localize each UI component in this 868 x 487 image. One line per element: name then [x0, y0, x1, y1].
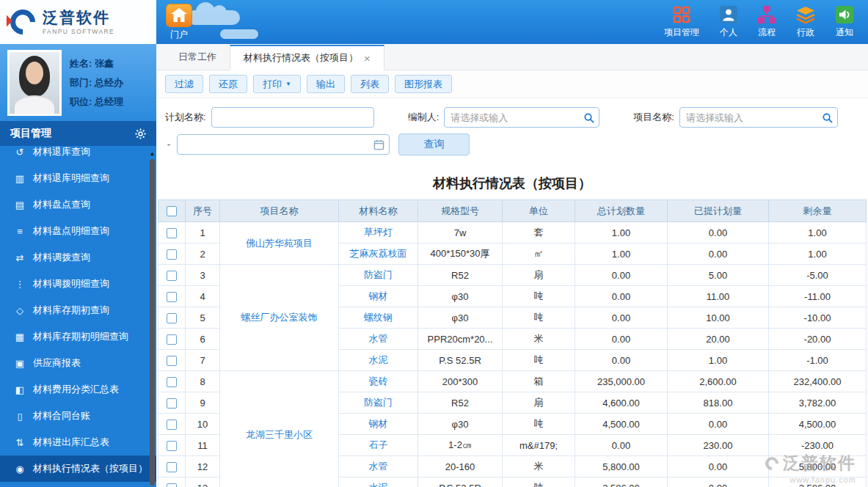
project-link[interactable]: 螺丝厂办公室装饰	[241, 312, 318, 323]
sidebar-item[interactable]: ▯材料合同台账	[0, 403, 156, 429]
scrollbar-thumb[interactable]	[150, 159, 155, 486]
material-name-cell: 草坪灯	[339, 222, 418, 244]
material-link[interactable]: 水管	[369, 333, 388, 344]
sidebar-item[interactable]: ≡材料盘点明细查询	[0, 218, 156, 244]
toolbar-button-label: 还原	[219, 78, 238, 91]
sidebar-item-label: 材料库存期初查询	[33, 304, 109, 317]
material-link[interactable]: 瓷砖	[369, 376, 388, 387]
drawn-plan-cell: 20.00	[668, 329, 769, 350]
top-nav-item[interactable]: 流程	[758, 5, 776, 39]
sidebar-item[interactable]: ▤材料盘点查询	[0, 191, 156, 218]
material-link[interactable]: 钢材	[369, 290, 388, 301]
material-link[interactable]: 石子	[369, 439, 388, 450]
sidebar-item[interactable]: ⇅材料进出库汇总表	[0, 429, 156, 455]
toolbar-button[interactable]: 图形报表	[395, 75, 452, 93]
toolbar-button[interactable]: 还原	[209, 75, 247, 93]
toolbar-button[interactable]: 过滤	[165, 75, 203, 93]
material-name-cell: 瓷砖	[339, 371, 418, 392]
row-checkbox[interactable]	[167, 249, 177, 260]
portal-button[interactable]: 门户	[166, 4, 192, 41]
material-link[interactable]: 草坪灯	[364, 227, 393, 238]
row-index-cell: 2	[186, 244, 220, 265]
top-nav-label: 行政	[797, 26, 814, 39]
material-link[interactable]: 螺纹钢	[364, 312, 393, 323]
row-checkbox[interactable]	[167, 462, 177, 472]
top-nav-item[interactable]: 通知	[836, 5, 853, 39]
sidebar-item[interactable]: ⇄材料调拨查询	[0, 244, 156, 271]
row-checkbox[interactable]	[167, 271, 177, 281]
date-input[interactable]	[178, 139, 373, 150]
material-link[interactable]: 芝麻灰荔枝面	[350, 248, 407, 259]
top-header: 泛普软件 FANPU SOFTWARE 门户 项目管理个人流程行政通知	[0, 0, 868, 44]
home-icon	[166, 4, 192, 27]
top-nav-item[interactable]: 项目管理	[664, 5, 699, 39]
sidebar-item[interactable]: ◇材料库存期初查询	[0, 297, 156, 323]
column-header[interactable]: 总计划数量	[575, 200, 668, 222]
material-link[interactable]: 水泥	[369, 482, 388, 487]
sidebar-section-header[interactable]: 项目管理	[0, 121, 156, 146]
sidebar-item[interactable]: ▥材料退库明细查询	[0, 165, 156, 191]
transfer-query-icon: ⇄	[13, 252, 26, 263]
sidebar-item[interactable]: ◧材料费用分类汇总表	[0, 376, 156, 403]
sidebar-scrollbar[interactable]: ▲	[149, 150, 156, 486]
material-link[interactable]: 防盗门	[364, 269, 393, 280]
select-all-checkbox[interactable]	[167, 206, 177, 216]
row-checkbox[interactable]	[167, 377, 177, 387]
toolbar-button[interactable]: 列表	[351, 75, 389, 93]
column-header[interactable]: 项目名称	[220, 200, 339, 222]
column-header[interactable]: 材料名称	[339, 200, 418, 222]
tab-daily-work[interactable]: 日常工作	[165, 44, 230, 70]
project-name-input[interactable]	[680, 112, 822, 123]
row-checkbox[interactable]	[167, 292, 177, 302]
logo[interactable]: 泛普软件 FANPU SOFTWARE	[0, 0, 156, 44]
material-link[interactable]: 防盗门	[364, 397, 393, 408]
row-checkbox[interactable]	[167, 334, 177, 345]
cost-summary-icon: ◧	[13, 384, 26, 395]
column-header[interactable]: 单位	[503, 200, 575, 222]
column-header[interactable]: 规格型号	[418, 200, 503, 222]
material-link[interactable]: 钢材	[369, 418, 388, 429]
sidebar-item[interactable]: ▣供应商报表	[0, 350, 156, 376]
spec-cell: R52	[418, 392, 503, 414]
sidebar-item[interactable]: ▦材料库存期初明细查询	[0, 323, 156, 350]
scroll-up-icon[interactable]: ▲	[150, 150, 156, 158]
row-checkbox[interactable]	[167, 441, 177, 451]
column-header[interactable]: 剩余量	[769, 200, 867, 222]
compiler-input-wrap	[444, 107, 599, 128]
remaining-cell: -11.00	[769, 286, 867, 307]
column-header[interactable]: 已提计划量	[668, 200, 769, 222]
project-link[interactable]: 龙湖三千里小区	[246, 429, 313, 440]
sidebar-item[interactable]: ◉材料执行情况表（按项目）	[0, 455, 156, 482]
user-card: 姓名: 张鑫 部门: 总经办 职位: 总经理	[0, 44, 156, 121]
return-query-icon: ↺	[13, 147, 26, 158]
plan-name-input[interactable]	[212, 112, 369, 123]
material-link[interactable]: 水管	[369, 461, 388, 472]
gear-icon[interactable]	[135, 128, 146, 139]
project-link[interactable]: 佛山芳华苑项目	[246, 238, 313, 249]
toolbar-button[interactable]: 输出	[307, 75, 345, 93]
row-checkbox[interactable]	[167, 228, 177, 238]
stock-initial-detail-icon: ▦	[13, 332, 26, 343]
search-icon[interactable]	[583, 112, 594, 123]
close-icon[interactable]: ×	[364, 53, 371, 64]
query-button[interactable]: 查询	[398, 133, 470, 155]
top-nav-item[interactable]: 行政	[796, 5, 815, 39]
row-checkbox[interactable]	[167, 420, 177, 430]
calendar-icon[interactable]	[373, 139, 384, 150]
row-checkbox[interactable]	[167, 356, 177, 366]
spec-cell: φ30	[418, 286, 503, 307]
row-checkbox[interactable]	[167, 483, 177, 487]
top-nav-item[interactable]: 个人	[720, 5, 737, 39]
toolbar-button[interactable]: 打印▼	[253, 75, 301, 93]
column-header[interactable]: 序号	[186, 200, 220, 222]
material-link[interactable]: 水泥	[369, 354, 388, 365]
tab-material-execution-report[interactable]: 材料执行情况表（按项目） ×	[230, 45, 384, 70]
search-icon[interactable]	[822, 112, 833, 123]
sidebar-item[interactable]: ⋮材料调拨明细查询	[0, 271, 156, 297]
compiler-input[interactable]	[445, 112, 583, 123]
total-planned-cell: 1.00	[575, 222, 668, 244]
sidebar-item-label: 材料退库明细查询	[33, 172, 109, 185]
row-checkbox[interactable]	[167, 313, 177, 323]
row-checkbox[interactable]	[167, 398, 177, 409]
toolbar-button-label: 输出	[316, 78, 335, 91]
